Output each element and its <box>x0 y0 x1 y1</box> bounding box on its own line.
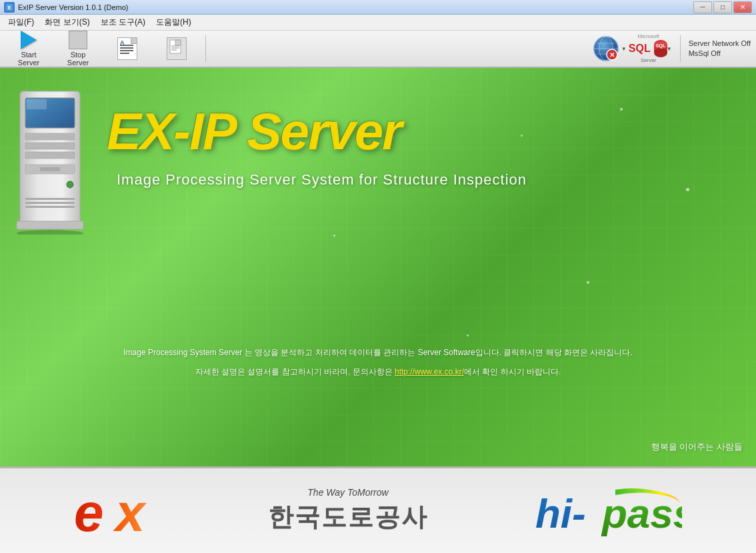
hi-pass-logo: hi- pass <box>535 484 682 538</box>
toolbar: StartServer StopServer A <box>0 31 756 68</box>
start-server-label: StartServer <box>18 51 39 67</box>
stop-server-button[interactable]: StopServer <box>55 33 101 65</box>
sparkle-6 <box>467 334 469 336</box>
svg-rect-26 <box>40 167 60 171</box>
menu-bar: 파일(F) 화면 보기(S) 보조 도구(A) 도움말(H) <box>0 15 756 31</box>
svg-text:e: e <box>74 483 104 541</box>
menu-view[interactable]: 화면 보기(S) <box>39 15 95 29</box>
desc-line-1: Image Processing System Server 는 영상을 분석하… <box>0 346 756 360</box>
bottom-banner: e x The Way ToMorrow 한국도로공사 <box>0 466 756 553</box>
korean-company-text: 한국도로공사 <box>268 500 428 534</box>
ex-logo: e x <box>74 481 161 541</box>
menu-tools[interactable]: 보조 도구(A) <box>95 15 151 29</box>
center-branding: The Way ToMorrow 한국도로공사 <box>268 487 428 534</box>
svg-point-16 <box>654 48 667 57</box>
svg-rect-28 <box>25 198 75 200</box>
main-title: EX-IP Server <box>107 101 401 162</box>
close-button[interactable]: ✕ <box>733 1 752 13</box>
sql-dropdown-arrow: ▼ <box>667 46 672 52</box>
menu-help[interactable]: 도움말(H) <box>151 15 197 29</box>
svg-rect-24 <box>25 152 75 159</box>
menu-file[interactable]: 파일(F) <box>3 15 39 29</box>
svg-rect-31 <box>17 221 83 229</box>
maximize-button[interactable]: □ <box>713 1 732 13</box>
document2-icon <box>167 37 187 60</box>
website-link[interactable]: http://www.ex.co.kr/ <box>395 367 464 376</box>
doc-button-2[interactable] <box>153 33 200 65</box>
stop-icon <box>67 31 89 49</box>
start-server-button[interactable]: StartServer <box>5 33 52 65</box>
minimize-button[interactable]: ─ <box>693 1 712 13</box>
way-tomorrow-text: The Way ToMorrow <box>307 487 388 498</box>
svg-rect-30 <box>25 206 75 208</box>
sparkle-1 <box>620 108 623 111</box>
doc-button-1[interactable]: A <box>104 33 151 65</box>
desc-line-2: 자세한 설명은 설명서를 참고하시기 바라며, 문의사항은 http://www… <box>0 365 756 380</box>
main-subtitle: Image Processing Server System for Struc… <box>117 171 527 189</box>
main-content[interactable]: EX-IP Server Image Processing Server Sys… <box>0 68 756 466</box>
stop-server-label: StopServer <box>67 51 89 67</box>
svg-text:pass: pass <box>601 490 682 536</box>
toolbar-separator <box>205 35 206 62</box>
svg-point-32 <box>17 230 83 235</box>
play-icon <box>18 31 39 49</box>
sparkle-5 <box>587 281 589 284</box>
server-image <box>13 88 100 235</box>
toolbar-separator-2 <box>680 35 681 62</box>
sparkle-2 <box>521 135 523 137</box>
sparkle-4 <box>333 235 335 237</box>
sql-server-icon: Microsoft SQL SQL Server <box>632 35 665 63</box>
document-icon: A <box>117 37 137 60</box>
network-status: Server Network Off MsSql Off <box>689 39 751 59</box>
title-bar: E ExIP Server Version 1.0.1 (Demo) ─ □ ✕ <box>0 0 756 15</box>
sql-server-dropdown[interactable]: Microsoft SQL SQL Server ▼ <box>632 35 672 63</box>
globe-icon: ✕ <box>592 35 620 63</box>
window-title: ExIP Server Version 1.0.1 (Demo) <box>18 3 693 11</box>
tagline: 행복을 이어주는 사람들 <box>651 441 743 453</box>
svg-text:✕: ✕ <box>609 51 615 59</box>
svg-text:E: E <box>8 5 11 10</box>
window-controls: ─ □ ✕ <box>693 1 752 13</box>
svg-rect-22 <box>25 133 75 140</box>
svg-rect-29 <box>25 202 75 204</box>
svg-text:SQL: SQL <box>656 43 666 49</box>
svg-text:x: x <box>113 483 147 541</box>
description-text: Image Processing System Server 는 영상을 분석하… <box>0 346 756 380</box>
network-icon-dropdown[interactable]: ✕ ▼ <box>592 35 627 63</box>
sparkle-3 <box>686 188 689 191</box>
svg-text:hi-: hi- <box>535 490 586 536</box>
svg-rect-3 <box>175 40 181 45</box>
svg-point-27 <box>67 181 73 188</box>
toolbar-right: ✕ ▼ Microsoft <box>592 35 751 63</box>
svg-rect-21 <box>27 99 47 109</box>
app-icon: E <box>4 2 15 13</box>
svg-rect-23 <box>25 143 75 149</box>
globe-dropdown-arrow: ▼ <box>621 46 627 52</box>
